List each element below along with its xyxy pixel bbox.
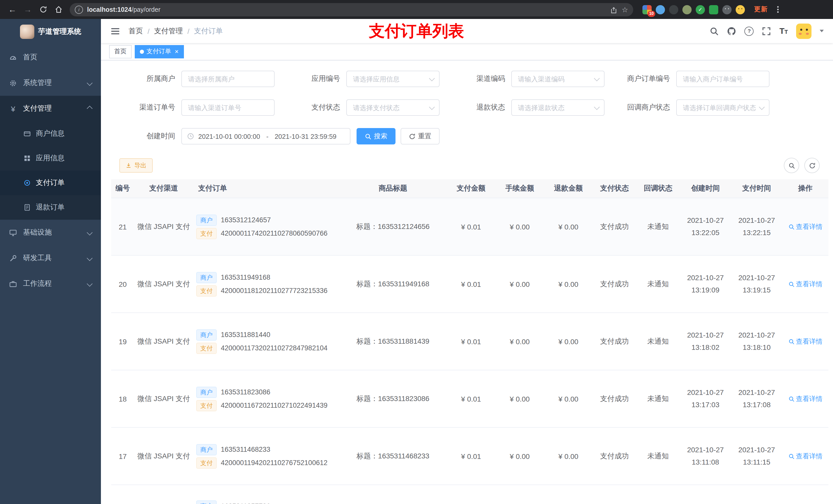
sidebar-item-home[interactable]: 首页 <box>0 45 101 70</box>
extensions-puzzle-icon[interactable]: 10 <box>642 5 652 14</box>
view-detail-link[interactable]: 查看详情 <box>788 280 823 289</box>
merchant-order-no-input[interactable] <box>676 71 769 87</box>
refresh-table-button[interactable] <box>804 158 820 173</box>
app-id-select[interactable] <box>346 71 439 87</box>
home-button[interactable] <box>52 3 65 16</box>
view-detail-link[interactable]: 查看详情 <box>788 394 823 403</box>
toggle-search-button[interactable] <box>784 158 799 173</box>
caret-down-icon[interactable] <box>820 30 824 32</box>
cell-refund: ¥ 0.00 <box>544 370 593 427</box>
cell-amount: ¥ 0.01 <box>447 313 495 370</box>
refund-status-select[interactable] <box>511 99 604 116</box>
app-logo[interactable]: 芋道管理系统 <box>0 19 101 45</box>
github-icon[interactable] <box>727 26 736 35</box>
user-avatar[interactable] <box>796 23 811 39</box>
sidebar-item-workflow[interactable]: 工作流程 <box>0 271 101 296</box>
date-range-picker[interactable]: 2021-10-01 00:00:00 - 2021-10-31 23:59:5… <box>181 128 351 144</box>
sidebar-item-merchant-info[interactable]: 商户信息 <box>0 121 101 146</box>
tab-home[interactable]: 首页 <box>109 45 132 58</box>
sidebar-menu: 首页 系统管理 ¥ 支付管理 商户信息 <box>0 45 101 296</box>
sidebar-item-infra[interactable]: 基础设施 <box>0 220 101 245</box>
pay-status-select[interactable] <box>346 99 439 116</box>
cell-amount: ¥ 0.01 <box>447 427 495 485</box>
channel-order-no-input[interactable] <box>181 99 275 116</box>
reload-button[interactable] <box>37 3 49 16</box>
extension-icon-pin[interactable] <box>722 5 732 14</box>
view-detail-link[interactable]: 查看详情 <box>788 337 823 346</box>
sidebar-item-dev-tools[interactable]: 研发工具 <box>0 245 101 271</box>
channel-code-select[interactable] <box>511 71 604 87</box>
cell-id: 17 <box>111 427 134 485</box>
page-title: 支付订单列表 <box>369 20 464 42</box>
search-button[interactable]: 搜索 <box>357 128 396 144</box>
filter-label: 回调商户状态 <box>606 103 676 112</box>
chevron-down-icon <box>87 255 93 261</box>
cell-fee: ¥ 0.00 <box>495 198 544 255</box>
date-start[interactable]: 2021-10-01 00:00:00 <box>198 133 260 140</box>
reset-button[interactable]: 重置 <box>401 128 439 144</box>
chevron-down-icon <box>87 281 93 287</box>
sidebar-toggle[interactable] <box>108 25 122 37</box>
cell-fee: ¥ 0.00 <box>495 427 544 485</box>
close-icon[interactable]: × <box>175 48 178 55</box>
col-pay-status: 支付状态 <box>593 179 636 198</box>
date-end[interactable]: 2021-10-31 23:59:59 <box>275 133 336 140</box>
forward-button[interactable]: → <box>22 3 34 16</box>
site-info-icon[interactable] <box>75 5 83 14</box>
cell-notify-status: 未通知 <box>636 313 680 370</box>
bookmark-star-icon[interactable]: ☆ <box>622 5 628 14</box>
merchant-order-no: 1635312124657 <box>221 216 271 224</box>
sidebar-item-system[interactable]: 系统管理 <box>0 70 101 96</box>
sidebar-subitem-label: 退款订单 <box>36 203 65 212</box>
breadcrumb-separator: / <box>147 27 149 35</box>
view-detail-link[interactable]: 查看详情 <box>788 222 823 231</box>
search-icon[interactable] <box>710 26 719 35</box>
extension-icon-blue[interactable] <box>656 5 665 14</box>
tab-pay-order[interactable]: 支付订单 × <box>135 45 184 58</box>
export-button[interactable]: 导出 <box>119 158 153 173</box>
update-button[interactable]: 更新 <box>754 5 768 14</box>
extension-icon-check[interactable]: ✓ <box>696 5 705 14</box>
download-icon <box>125 162 132 169</box>
merchant-badge: 商户 <box>196 500 217 504</box>
tab-label: 首页 <box>114 47 126 56</box>
merchant-order-no: 1635311949168 <box>221 273 270 281</box>
table-row: 19 微信 JSAPI 支付 商户 1635311881440 支付 42000… <box>111 313 828 370</box>
cell-amount: ¥ 0.01 <box>447 255 495 313</box>
view-detail-link[interactable]: 查看详情 <box>788 452 823 461</box>
back-button[interactable]: ← <box>6 3 19 16</box>
cell-notify-status: 未通知 <box>636 427 680 485</box>
extension-icon-square[interactable] <box>709 5 718 14</box>
font-size-icon[interactable] <box>780 26 788 35</box>
notify-status-select[interactable] <box>676 99 769 116</box>
sidebar-item-refund-order[interactable]: 退款订单 <box>0 195 101 220</box>
help-icon[interactable] <box>745 26 754 35</box>
search-icon <box>788 453 794 459</box>
address-bar[interactable]: localhost:1024/pay/order ☆ <box>70 3 633 16</box>
cell-refund: ¥ 0.00 <box>544 313 593 370</box>
extension-icon-dark[interactable] <box>669 5 678 14</box>
url-path: /pay/order <box>132 6 161 13</box>
sidebar-item-pay-order[interactable]: 支付订单 <box>0 171 101 195</box>
browser-menu-icon[interactable] <box>775 4 781 15</box>
breadcrumb-home[interactable]: 首页 <box>128 26 143 35</box>
cell-title: 标题：1635311881439 <box>339 313 447 370</box>
filter-label: 渠道订单号 <box>111 103 181 112</box>
cell-pay-status: 支付成功 <box>593 313 636 370</box>
breadcrumb-payment[interactable]: 支付管理 <box>154 26 183 35</box>
share-icon[interactable] <box>611 5 618 14</box>
reset-button-label: 重置 <box>418 131 431 141</box>
filter-pay-status: 支付状态 <box>276 99 441 116</box>
document-icon <box>24 204 31 211</box>
extension-icon-olive[interactable] <box>682 5 692 14</box>
col-amount: 支付金额 <box>447 179 495 198</box>
sidebar-item-payment[interactable]: ¥ 支付管理 <box>0 96 101 121</box>
sidebar-item-app-info[interactable]: 应用信息 <box>0 146 101 171</box>
table-header-row: 编号 支付渠道 支付订单 商品标题 支付金额 手续金额 退款金额 支付状态 回调… <box>111 179 828 198</box>
fullscreen-icon[interactable] <box>762 26 771 35</box>
merchant-input[interactable] <box>181 71 275 87</box>
profile-avatar-icon[interactable] <box>736 5 745 14</box>
view-detail-label: 查看详情 <box>796 222 823 231</box>
card-icon <box>24 130 31 137</box>
search-icon <box>788 162 795 169</box>
